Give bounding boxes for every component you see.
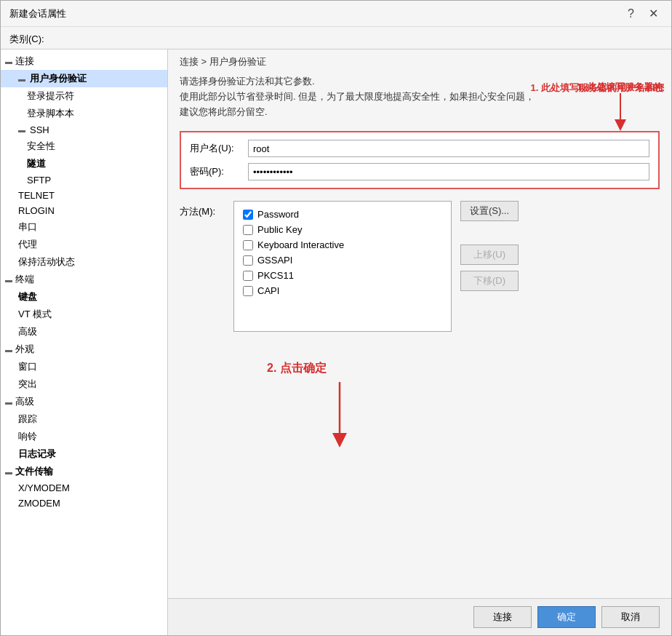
sidebar-item-terminal[interactable]: ▬ 终端 bbox=[1, 271, 167, 288]
help-button[interactable]: ? bbox=[623, 6, 639, 22]
checkbox-keyboard-interactive[interactable] bbox=[243, 240, 253, 250]
checkbox-password[interactable] bbox=[243, 210, 253, 220]
sidebar-item-connection[interactable]: ▬ 连接 bbox=[1, 52, 167, 70]
sidebar-item-label: 登录脚本本 bbox=[27, 107, 74, 120]
sidebar-item-label: 安全性 bbox=[27, 140, 55, 153]
sidebar-item-rlogin[interactable]: RLOGIN bbox=[1, 203, 167, 218]
collapse-icon: ▬ bbox=[18, 75, 27, 83]
sidebar-item-ssh[interactable]: ▬ SSH bbox=[1, 122, 167, 138]
sidebar-item-tunnel[interactable]: 隧道 bbox=[1, 155, 167, 172]
sidebar-item-appearance[interactable]: ▬ 外观 bbox=[1, 341, 167, 358]
checkbox-capi[interactable] bbox=[243, 286, 253, 296]
sidebar-item-advanced[interactable]: ▬ 高级 bbox=[1, 393, 167, 410]
sidebar-item-label: 登录提示符 bbox=[27, 90, 74, 103]
desc-line2: 使用此部分以节省登录时间. 但是，为了最大限度地提高安全性，如果担心安全问题， bbox=[180, 90, 660, 105]
password-input[interactable] bbox=[248, 163, 649, 180]
sidebar-item-logging[interactable]: 日志记录 bbox=[1, 445, 167, 463]
sidebar-item-sftp[interactable]: SFTP bbox=[1, 172, 167, 188]
form-group: 用户名(U): 密码(P): bbox=[180, 131, 660, 189]
side-buttons: 设置(S)... 上移(U) 下移(D) bbox=[460, 201, 519, 291]
sidebar: ▬ 连接 ▬ 用户身份验证 登录提示符 登录脚本本 ▬ SSH 安全性 隧道 bbox=[1, 49, 168, 635]
connect-button[interactable]: 连接 bbox=[473, 606, 532, 628]
checkbox-pkcs11[interactable] bbox=[243, 271, 253, 281]
method-label-gssapi: GSSAPI bbox=[257, 255, 292, 266]
method-row-password: Password bbox=[243, 209, 442, 220]
arrow-annotation-2 bbox=[311, 382, 369, 455]
sidebar-item-label: 串口 bbox=[18, 220, 37, 234]
checkbox-gssapi[interactable] bbox=[243, 255, 253, 266]
category-label: 类别(C): bbox=[1, 27, 671, 49]
breadcrumb: 连接 > 用户身份验证 bbox=[168, 49, 671, 74]
method-row-gssapi: GSSAPI bbox=[243, 255, 442, 266]
method-label-password: Password bbox=[257, 209, 299, 220]
method-row-pkcs11: PKCS11 bbox=[243, 270, 442, 281]
sidebar-item-label: 代理 bbox=[18, 238, 37, 251]
sidebar-item-label: 连接 bbox=[15, 55, 34, 68]
sidebar-item-label: 键盘 bbox=[18, 290, 37, 303]
sidebar-item-label: TELNET bbox=[18, 190, 55, 201]
move-up-button[interactable]: 上移(U) bbox=[460, 245, 519, 265]
method-label: 方法(M): bbox=[180, 205, 225, 218]
username-row: 用户名(U): bbox=[190, 140, 649, 157]
sidebar-item-label: 文件传输 bbox=[15, 465, 53, 478]
sidebar-item-keyboard[interactable]: 键盘 bbox=[1, 288, 167, 306]
sidebar-item-label: SSH bbox=[30, 124, 49, 135]
sidebar-item-telnet[interactable]: TELNET bbox=[1, 188, 167, 203]
sidebar-item-window[interactable]: 窗口 bbox=[1, 358, 167, 375]
sidebar-item-zmodem[interactable]: ZMODEM bbox=[1, 496, 167, 511]
sidebar-item-bell[interactable]: 响铃 bbox=[1, 428, 167, 445]
method-label-pkcs11: PKCS11 bbox=[257, 270, 294, 281]
cancel-button[interactable]: 取消 bbox=[601, 606, 660, 628]
sidebar-item-label: 保持活动状态 bbox=[18, 255, 75, 269]
sidebar-item-highlight[interactable]: 突出 bbox=[1, 375, 167, 393]
sidebar-item-keepalive[interactable]: 保持活动状态 bbox=[1, 253, 167, 271]
collapse-icon: ▬ bbox=[5, 346, 14, 354]
title-bar-controls: ? ✕ bbox=[623, 5, 663, 22]
sidebar-item-label: 高级 bbox=[15, 395, 34, 408]
desc-line1: 请选择身份验证方法和其它参数. bbox=[180, 74, 660, 90]
dialog-title: 新建会话属性 bbox=[9, 7, 66, 20]
sidebar-item-login-script[interactable]: 登录脚本本 bbox=[1, 105, 167, 122]
sidebar-item-user-auth[interactable]: ▬ 用户身份验证 bbox=[1, 70, 167, 87]
sidebar-item-advanced-terminal[interactable]: 高级 bbox=[1, 323, 167, 341]
settings-button[interactable]: 设置(S)... bbox=[460, 201, 519, 221]
username-input[interactable] bbox=[248, 140, 649, 157]
sidebar-item-trace[interactable]: 跟踪 bbox=[1, 410, 167, 428]
sidebar-item-label: 跟踪 bbox=[18, 413, 37, 426]
sidebar-item-label: 隧道 bbox=[27, 157, 46, 170]
dialog: 新建会话属性 ? ✕ 类别(C): ▬ 连接 ▬ 用户身份验证 登录提示符 登录… bbox=[0, 0, 672, 636]
collapse-icon: ▬ bbox=[5, 468, 14, 476]
close-button[interactable]: ✕ bbox=[644, 5, 663, 22]
checkbox-public-key[interactable] bbox=[243, 225, 253, 235]
sidebar-item-filetransfer[interactable]: ▬ 文件传输 bbox=[1, 463, 167, 480]
sidebar-item-label: RLOGIN bbox=[18, 205, 55, 216]
method-row-keyboard-interactive: Keyboard Interactive bbox=[243, 239, 442, 250]
methods-box: Password Public Key Keyboard Interactive bbox=[233, 201, 452, 332]
description: 请选择身份验证方法和其它参数. 使用此部分以节省登录时间. 但是，为了最大限度地… bbox=[180, 74, 660, 119]
sidebar-item-proxy[interactable]: 代理 bbox=[1, 236, 167, 253]
sidebar-item-serial[interactable]: 串口 bbox=[1, 218, 167, 236]
collapse-icon: ▬ bbox=[5, 276, 14, 284]
sidebar-item-vt-mode[interactable]: VT 模式 bbox=[1, 306, 167, 323]
password-row: 密码(P): bbox=[190, 163, 649, 180]
sidebar-item-label: X/YMODEM bbox=[18, 482, 70, 493]
sidebar-item-login-prompt[interactable]: 登录提示符 bbox=[1, 87, 167, 105]
collapse-icon: ▬ bbox=[5, 398, 14, 406]
method-row-public-key: Public Key bbox=[243, 224, 442, 235]
sidebar-item-label: 外观 bbox=[15, 343, 34, 356]
sidebar-item-label: VT 模式 bbox=[18, 308, 52, 321]
ok-button[interactable]: 确定 bbox=[537, 606, 596, 628]
sidebar-item-security[interactable]: 安全性 bbox=[1, 138, 167, 155]
sidebar-item-xymodem[interactable]: X/YMODEM bbox=[1, 480, 167, 496]
title-bar: 新建会话属性 ? ✕ bbox=[1, 1, 671, 27]
method-section: 方法(M): Password Public Key Keyboard I bbox=[180, 201, 660, 332]
sidebar-item-label: 窗口 bbox=[18, 360, 37, 373]
sidebar-item-label: 突出 bbox=[18, 378, 37, 391]
username-label: 用户名(U): bbox=[190, 142, 248, 155]
main-content: ▬ 连接 ▬ 用户身份验证 登录提示符 登录脚本本 ▬ SSH 安全性 隧道 bbox=[1, 49, 671, 635]
method-label-public-key: Public Key bbox=[257, 224, 302, 235]
panel-body: 1. 此处填写服务器的用户名和密 1. 此处填写服务器的用户名和密 请选择身份验… bbox=[168, 74, 671, 598]
move-down-button[interactable]: 下移(D) bbox=[460, 271, 519, 291]
sidebar-item-label: SFTP bbox=[27, 175, 51, 186]
bottom-bar: 连接 确定 取消 bbox=[168, 598, 671, 635]
